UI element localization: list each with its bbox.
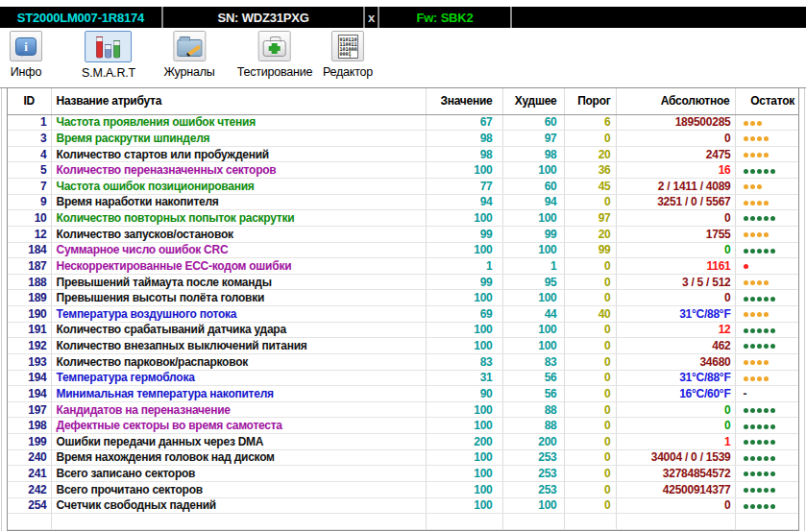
health-dot-icon [764, 504, 769, 509]
attr-value: 90 [426, 386, 502, 402]
journals-button[interactable]: Журналы [163, 31, 214, 79]
attr-raw-value: 34680 [616, 353, 735, 370]
table-row[interactable]: 240Время нахождения головок над диском10… [8, 449, 798, 466]
health-dot-icon [757, 344, 762, 349]
health-dot-icon [744, 408, 748, 413]
filler-cell [51, 514, 426, 530]
health-dot-icon [770, 488, 775, 493]
table-row[interactable]: 192Количество внезапных выключений питан… [8, 338, 798, 354]
table-row[interactable]: 199Ошибки передачи данных через DMA20020… [8, 434, 798, 450]
table-row[interactable]: 190Температура воздушного потока69444031… [8, 306, 798, 323]
attr-raw-value: 42500914377 [616, 481, 735, 497]
table-row[interactable]: 3Время раскрутки шпинделя989700 [8, 131, 798, 147]
table-row[interactable]: 10Количество повторных попыток раскрутки… [8, 210, 798, 227]
health-dot-icon [750, 121, 755, 126]
health-dot-icon [757, 456, 762, 461]
journals-icon [173, 31, 206, 61]
table-row[interactable]: 7Частота ошибок позиционирования7760452 … [8, 179, 798, 195]
table-row[interactable]: 189Превышения высоты полёта головки10010… [8, 290, 798, 306]
table-row[interactable]: 187Нескорректированные ECC-кодом ошибки1… [8, 258, 798, 275]
attr-worst: 100 [502, 242, 564, 258]
health-dot-icon [744, 424, 748, 429]
attr-worst: 56 [502, 386, 564, 402]
health-dot-icon [744, 121, 748, 126]
attr-threshold: 20 [564, 146, 616, 162]
health-dot-icon [764, 328, 769, 333]
table-row[interactable]: 194Минимальная температура накопителя905… [8, 386, 798, 402]
table-row[interactable]: 188Превышений таймаута после команды9995… [8, 274, 798, 290]
table-row[interactable]: 4Количество стартов или пробуждений98982… [8, 146, 798, 162]
table-row[interactable]: 254Счетчик свободных падений10010000 [8, 497, 798, 514]
attr-worst: 83 [502, 353, 564, 370]
attr-name: Количество запусков/остановок [51, 226, 426, 242]
table-row[interactable]: 194Температура гермоблока3156031°C/88°F [8, 370, 798, 386]
health-dot-icon [764, 297, 769, 302]
health-dot-icon [750, 216, 755, 221]
table-row[interactable]: 5Количество переназначенных секторов1001… [8, 162, 798, 179]
health-dot-icon [750, 488, 755, 493]
health-dot-icon [764, 488, 769, 493]
editor-button[interactable]: 010110 110011 101000 0001 Редактор [323, 31, 373, 79]
table-row[interactable]: 242Всего прочитано секторов1002530425009… [8, 481, 798, 497]
smart-button[interactable]: S.M.A.R.T [82, 31, 135, 80]
health-dot-icon [757, 280, 762, 285]
health-dot-icon [764, 376, 769, 381]
table-row[interactable]: 241Всего записано секторов10025303278485… [8, 466, 798, 482]
attr-health-dots [735, 146, 798, 162]
table-row[interactable]: 197Кандидатов на переназначение1008800 [8, 401, 798, 418]
health-dot-icon [750, 472, 755, 476]
attr-name: Счетчик свободных падений [51, 497, 426, 514]
table-row[interactable]: 1Частота проявления ошибок чтения6760618… [8, 114, 798, 131]
attr-id: 254 [8, 497, 51, 514]
attr-value: 77 [426, 179, 502, 195]
table-row[interactable]: 191Количество срабатываний датчика удара… [8, 322, 798, 338]
attr-name: Количество повторных попыток раскрутки [51, 210, 426, 227]
filler-cell [426, 514, 502, 530]
attr-threshold: 0 [564, 322, 616, 338]
attr-worst: 60 [502, 114, 564, 131]
attr-name: Всего прочитано секторов [51, 481, 426, 497]
attr-threshold: 0 [564, 481, 616, 497]
attr-health-dots [735, 226, 798, 242]
table-row[interactable]: 198Дефектные секторы во время самотеста1… [8, 418, 798, 434]
testing-button[interactable]: Тестирование [237, 31, 313, 79]
filler-cell [8, 514, 51, 530]
info-button[interactable]: i Инфо [10, 31, 42, 79]
column-header-raw: Абсолютное [616, 88, 735, 114]
attr-raw-value: 34004 / 0 / 1539 [616, 449, 735, 466]
attr-health-dots [735, 401, 798, 418]
attr-health-dots [735, 449, 798, 466]
attr-id: 194 [8, 370, 51, 386]
health-dot-icon [757, 424, 762, 429]
attr-raw-value: 16 [616, 162, 735, 179]
toolbar: i Инфо S.M.A.R.T Журналы Тестирование [0, 28, 806, 87]
attr-raw-value: 31°C/88°F [616, 370, 735, 386]
health-dot-icon [750, 408, 755, 413]
table-row[interactable]: 184Суммарное число ошибок CRC100100990 [8, 242, 798, 258]
attr-health-dots: - [735, 386, 798, 402]
attr-name: Нескорректированные ECC-кодом ошибки [51, 258, 426, 275]
close-icon[interactable]: x [365, 7, 378, 28]
attr-raw-value: 189500285 [616, 114, 735, 131]
table-row[interactable]: 193Количество парковок/распарковок838303… [8, 353, 798, 370]
health-dot-icon [764, 280, 769, 285]
attr-health-dots [735, 162, 798, 179]
column-header-id: ID [8, 88, 51, 114]
table-row[interactable]: 9Время наработки накопителя949403251 / 0… [8, 194, 798, 210]
journals-button-label: Журналы [163, 65, 214, 79]
health-dot-icon [750, 344, 755, 349]
health-dot-icon [770, 328, 775, 333]
attr-value: 100 [426, 481, 502, 497]
attr-name: Всего записано секторов [51, 466, 426, 482]
health-dot-icon [770, 297, 775, 302]
health-dot-icon [744, 153, 748, 157]
attr-name: Минимальная температура накопителя [51, 386, 426, 402]
attr-id: 7 [8, 179, 51, 195]
health-dot-icon [750, 184, 755, 189]
table-row[interactable]: 12Количество запусков/остановок999920175… [8, 226, 798, 242]
attr-worst: 56 [502, 370, 564, 386]
filler-cell [616, 514, 735, 530]
attr-name: Количество переназначенных секторов [51, 162, 426, 179]
attr-threshold: 0 [564, 401, 616, 418]
health-dot-icon [770, 456, 775, 461]
